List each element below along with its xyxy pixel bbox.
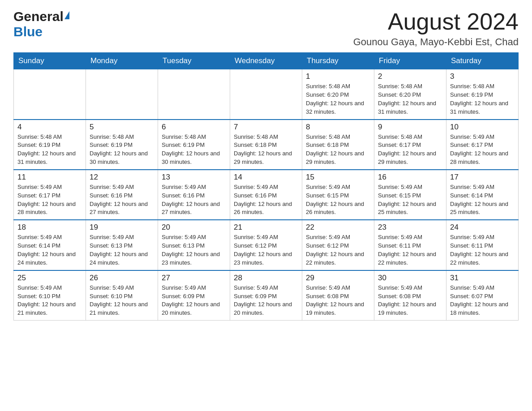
calendar-cell: 29Sunrise: 5:49 AM Sunset: 6:08 PM Dayli…	[302, 270, 374, 321]
day-info: Sunrise: 5:49 AM Sunset: 6:17 PM Dayligh…	[450, 133, 515, 167]
day-info: Sunrise: 5:49 AM Sunset: 6:08 PM Dayligh…	[378, 284, 442, 317]
calendar-cell: 2Sunrise: 5:48 AM Sunset: 6:20 PM Daylig…	[374, 69, 446, 120]
day-number: 8	[306, 123, 370, 132]
day-info: Sunrise: 5:48 AM Sunset: 6:19 PM Dayligh…	[17, 133, 82, 167]
day-number: 13	[162, 173, 226, 182]
day-info: Sunrise: 5:49 AM Sunset: 6:12 PM Dayligh…	[234, 233, 298, 267]
day-info: Sunrise: 5:49 AM Sunset: 6:16 PM Dayligh…	[90, 183, 154, 217]
day-number: 7	[234, 123, 298, 132]
page-header: General Blue August 2024 Gounou Gaya, Ma…	[13, 9, 519, 48]
calendar-cell: 3Sunrise: 5:48 AM Sunset: 6:19 PM Daylig…	[446, 69, 519, 120]
calendar-cell	[86, 69, 158, 120]
calendar-cell: 15Sunrise: 5:49 AM Sunset: 6:15 PM Dayli…	[302, 170, 374, 220]
day-number: 6	[162, 123, 226, 132]
calendar-week-row: 11Sunrise: 5:49 AM Sunset: 6:17 PM Dayli…	[14, 170, 519, 220]
day-number: 5	[90, 123, 154, 132]
logo-general-text: General	[13, 9, 64, 24]
calendar-week-row: 1Sunrise: 5:48 AM Sunset: 6:20 PM Daylig…	[14, 69, 519, 120]
day-info: Sunrise: 5:49 AM Sunset: 6:11 PM Dayligh…	[378, 233, 442, 267]
calendar-cell: 23Sunrise: 5:49 AM Sunset: 6:11 PM Dayli…	[374, 220, 446, 270]
calendar-week-row: 25Sunrise: 5:49 AM Sunset: 6:10 PM Dayli…	[14, 270, 519, 321]
day-number: 26	[90, 274, 154, 283]
day-info: Sunrise: 5:49 AM Sunset: 6:09 PM Dayligh…	[234, 284, 298, 317]
day-info: Sunrise: 5:48 AM Sunset: 6:20 PM Dayligh…	[306, 82, 370, 116]
calendar-cell	[14, 69, 86, 120]
month-title: August 2024	[353, 9, 519, 34]
calendar-cell	[158, 69, 230, 120]
calendar-cell: 28Sunrise: 5:49 AM Sunset: 6:09 PM Dayli…	[230, 270, 302, 321]
day-number: 25	[17, 274, 82, 283]
calendar-week-row: 18Sunrise: 5:49 AM Sunset: 6:14 PM Dayli…	[14, 220, 519, 270]
weekday-header-wednesday: Wednesday	[230, 53, 302, 69]
calendar-cell: 4Sunrise: 5:48 AM Sunset: 6:19 PM Daylig…	[14, 120, 86, 170]
day-number: 30	[378, 274, 442, 283]
day-info: Sunrise: 5:49 AM Sunset: 6:14 PM Dayligh…	[17, 233, 82, 267]
calendar-cell: 9Sunrise: 5:48 AM Sunset: 6:17 PM Daylig…	[374, 120, 446, 170]
day-number: 28	[234, 274, 298, 283]
day-number: 16	[378, 173, 442, 182]
calendar-cell: 18Sunrise: 5:49 AM Sunset: 6:14 PM Dayli…	[14, 220, 86, 270]
day-number: 17	[450, 173, 515, 182]
calendar-cell: 14Sunrise: 5:49 AM Sunset: 6:16 PM Dayli…	[230, 170, 302, 220]
logo-blue-text: Blue	[13, 24, 43, 39]
calendar-cell: 24Sunrise: 5:49 AM Sunset: 6:11 PM Dayli…	[446, 220, 519, 270]
calendar-cell: 16Sunrise: 5:49 AM Sunset: 6:15 PM Dayli…	[374, 170, 446, 220]
calendar-cell: 21Sunrise: 5:49 AM Sunset: 6:12 PM Dayli…	[230, 220, 302, 270]
weekday-header-friday: Friday	[374, 53, 446, 69]
calendar-cell: 26Sunrise: 5:49 AM Sunset: 6:10 PM Dayli…	[86, 270, 158, 321]
weekday-header-tuesday: Tuesday	[158, 53, 230, 69]
calendar-cell: 13Sunrise: 5:49 AM Sunset: 6:16 PM Dayli…	[158, 170, 230, 220]
day-number: 10	[450, 123, 515, 132]
day-info: Sunrise: 5:48 AM Sunset: 6:20 PM Dayligh…	[378, 82, 442, 116]
weekday-header-sunday: Sunday	[14, 53, 86, 69]
day-info: Sunrise: 5:49 AM Sunset: 6:15 PM Dayligh…	[306, 183, 370, 217]
calendar-cell: 10Sunrise: 5:49 AM Sunset: 6:17 PM Dayli…	[446, 120, 519, 170]
day-number: 22	[306, 223, 370, 232]
day-info: Sunrise: 5:49 AM Sunset: 6:15 PM Dayligh…	[378, 183, 442, 217]
calendar-cell: 1Sunrise: 5:48 AM Sunset: 6:20 PM Daylig…	[302, 69, 374, 120]
day-info: Sunrise: 5:49 AM Sunset: 6:11 PM Dayligh…	[450, 233, 515, 267]
calendar-cell: 6Sunrise: 5:48 AM Sunset: 6:19 PM Daylig…	[158, 120, 230, 170]
calendar-cell: 7Sunrise: 5:48 AM Sunset: 6:18 PM Daylig…	[230, 120, 302, 170]
day-number: 31	[450, 274, 515, 283]
day-info: Sunrise: 5:49 AM Sunset: 6:07 PM Dayligh…	[450, 284, 515, 317]
calendar-cell: 22Sunrise: 5:49 AM Sunset: 6:12 PM Dayli…	[302, 220, 374, 270]
calendar-cell: 31Sunrise: 5:49 AM Sunset: 6:07 PM Dayli…	[446, 270, 519, 321]
day-info: Sunrise: 5:48 AM Sunset: 6:17 PM Dayligh…	[378, 133, 442, 167]
day-info: Sunrise: 5:48 AM Sunset: 6:18 PM Dayligh…	[306, 133, 370, 167]
calendar-cell: 8Sunrise: 5:48 AM Sunset: 6:18 PM Daylig…	[302, 120, 374, 170]
day-info: Sunrise: 5:49 AM Sunset: 6:13 PM Dayligh…	[162, 233, 226, 267]
calendar-cell: 25Sunrise: 5:49 AM Sunset: 6:10 PM Dayli…	[14, 270, 86, 321]
calendar-cell: 17Sunrise: 5:49 AM Sunset: 6:14 PM Dayli…	[446, 170, 519, 220]
logo-arrow-icon	[64, 11, 69, 19]
day-info: Sunrise: 5:48 AM Sunset: 6:18 PM Dayligh…	[234, 133, 298, 167]
weekday-header-saturday: Saturday	[446, 53, 519, 69]
day-number: 11	[17, 173, 82, 182]
day-info: Sunrise: 5:49 AM Sunset: 6:12 PM Dayligh…	[306, 233, 370, 267]
day-info: Sunrise: 5:48 AM Sunset: 6:19 PM Dayligh…	[162, 133, 226, 167]
day-info: Sunrise: 5:49 AM Sunset: 6:17 PM Dayligh…	[17, 183, 82, 217]
day-info: Sunrise: 5:49 AM Sunset: 6:10 PM Dayligh…	[17, 284, 82, 317]
calendar-week-row: 4Sunrise: 5:48 AM Sunset: 6:19 PM Daylig…	[14, 120, 519, 170]
calendar-cell: 30Sunrise: 5:49 AM Sunset: 6:08 PM Dayli…	[374, 270, 446, 321]
day-number: 20	[162, 223, 226, 232]
calendar-cell: 27Sunrise: 5:49 AM Sunset: 6:09 PM Dayli…	[158, 270, 230, 321]
day-number: 12	[90, 173, 154, 182]
day-info: Sunrise: 5:48 AM Sunset: 6:19 PM Dayligh…	[450, 82, 515, 116]
day-number: 15	[306, 173, 370, 182]
weekday-header-monday: Monday	[86, 53, 158, 69]
day-number: 21	[234, 223, 298, 232]
calendar-header-row: SundayMondayTuesdayWednesdayThursdayFrid…	[14, 53, 519, 69]
day-number: 27	[162, 274, 226, 283]
day-number: 4	[17, 123, 82, 132]
day-info: Sunrise: 5:49 AM Sunset: 6:16 PM Dayligh…	[162, 183, 226, 217]
day-number: 23	[378, 223, 442, 232]
location-subtitle: Gounou Gaya, Mayo-Kebbi Est, Chad	[353, 36, 519, 48]
day-info: Sunrise: 5:49 AM Sunset: 6:13 PM Dayligh…	[90, 233, 154, 267]
day-info: Sunrise: 5:49 AM Sunset: 6:08 PM Dayligh…	[306, 284, 370, 317]
calendar-cell: 11Sunrise: 5:49 AM Sunset: 6:17 PM Dayli…	[14, 170, 86, 220]
calendar-table: SundayMondayTuesdayWednesdayThursdayFrid…	[13, 52, 519, 321]
logo: General Blue	[13, 9, 69, 39]
day-number: 29	[306, 274, 370, 283]
calendar-cell: 12Sunrise: 5:49 AM Sunset: 6:16 PM Dayli…	[86, 170, 158, 220]
